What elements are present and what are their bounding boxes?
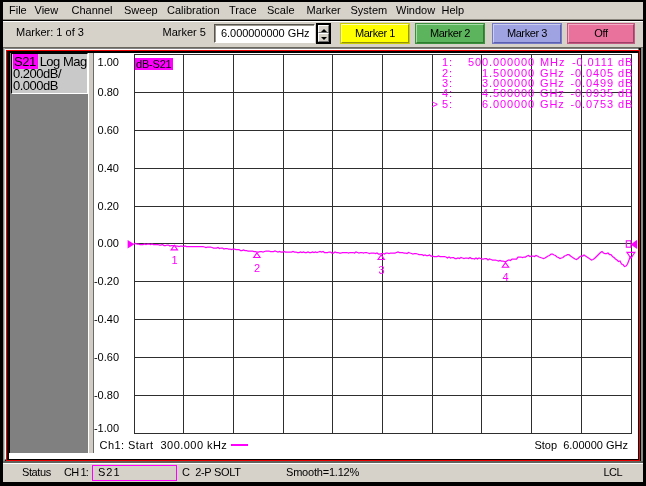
svg-text:2: 2 xyxy=(254,262,260,274)
svg-text:4: 4 xyxy=(503,271,509,283)
svg-text:1: 1 xyxy=(172,254,178,266)
svg-text:3: 3 xyxy=(379,264,385,276)
